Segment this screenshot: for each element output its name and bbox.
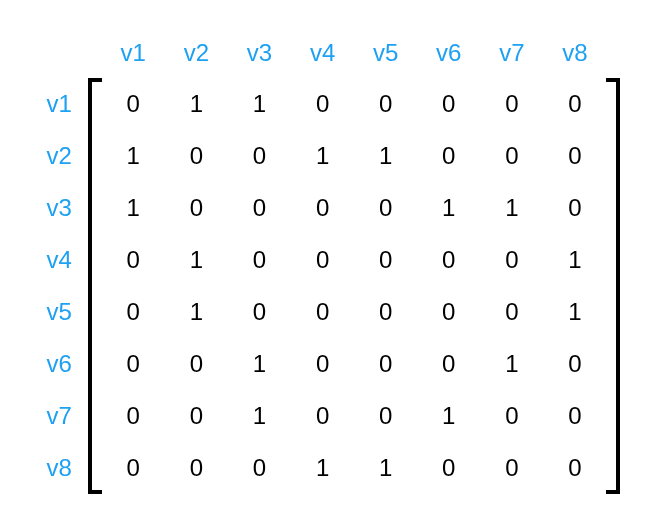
matrix-row: v3 1 0 0 0 0 1 1 0 — [30, 182, 620, 234]
matrix-cell: 0 — [165, 130, 228, 182]
matrix-cell: 0 — [228, 234, 291, 286]
row-header: v1 — [30, 78, 88, 130]
matrix-row: v5 0 1 0 0 0 0 0 1 — [30, 286, 620, 338]
matrix-cell: 0 — [543, 130, 606, 182]
col-header: v6 — [417, 28, 480, 78]
matrix-cell: 0 — [102, 338, 165, 390]
bracket-spacer-left — [88, 28, 101, 78]
matrix-cell: 0 — [291, 390, 354, 442]
matrix-cell: 1 — [165, 78, 228, 130]
matrix-cell: 0 — [354, 286, 417, 338]
matrix-cell: 0 — [102, 442, 165, 494]
matrix-cell: 0 — [102, 78, 165, 130]
matrix-cell: 1 — [480, 182, 543, 234]
matrix-cell: 1 — [291, 130, 354, 182]
column-header-row: v1 v2 v3 v4 v5 v6 v7 v8 — [30, 28, 620, 78]
matrix-row: v1 0 1 1 0 0 0 0 0 — [30, 78, 620, 130]
row-header: v5 — [30, 286, 88, 338]
matrix-cell: 0 — [165, 390, 228, 442]
matrix-cell: 0 — [417, 130, 480, 182]
col-header: v4 — [291, 28, 354, 78]
matrix-cell: 0 — [354, 78, 417, 130]
matrix-cell: 0 — [480, 442, 543, 494]
matrix-cell: 0 — [354, 390, 417, 442]
matrix-cell: 0 — [291, 78, 354, 130]
matrix-cell: 1 — [543, 286, 606, 338]
matrix-cell: 0 — [228, 130, 291, 182]
col-header: v3 — [228, 28, 291, 78]
matrix-row: v7 0 0 1 0 0 1 0 0 — [30, 390, 620, 442]
matrix-cell: 0 — [417, 234, 480, 286]
matrix-cell: 0 — [291, 234, 354, 286]
matrix-cell: 1 — [102, 130, 165, 182]
matrix-cell: 0 — [417, 78, 480, 130]
matrix-cell: 1 — [165, 286, 228, 338]
matrix-cell: 0 — [291, 182, 354, 234]
matrix-cell: 0 — [543, 182, 606, 234]
matrix-cell: 0 — [228, 182, 291, 234]
col-header: v8 — [543, 28, 606, 78]
matrix-cell: 1 — [228, 338, 291, 390]
matrix-cell: 0 — [543, 390, 606, 442]
matrix-cell: 1 — [417, 390, 480, 442]
matrix-cell: 1 — [480, 338, 543, 390]
matrix-cell: 0 — [480, 234, 543, 286]
matrix-row: v6 0 0 1 0 0 0 1 0 — [30, 338, 620, 390]
matrix-cell: 0 — [480, 78, 543, 130]
matrix-cell: 0 — [480, 286, 543, 338]
matrix-cell: 1 — [354, 130, 417, 182]
matrix-cell: 0 — [543, 338, 606, 390]
matrix-cell: 0 — [417, 286, 480, 338]
matrix-cell: 0 — [354, 182, 417, 234]
matrix-cell: 0 — [417, 338, 480, 390]
col-header: v2 — [165, 28, 228, 78]
bracket-spacer-right — [607, 28, 620, 78]
row-header: v4 — [30, 234, 88, 286]
matrix-cell: 0 — [102, 234, 165, 286]
matrix-cell: 0 — [228, 286, 291, 338]
matrix-cell: 0 — [543, 78, 606, 130]
matrix-cell: 0 — [291, 338, 354, 390]
matrix-cell: 0 — [543, 442, 606, 494]
corner-cell — [30, 28, 88, 78]
col-header: v5 — [354, 28, 417, 78]
matrix-cell: 0 — [102, 390, 165, 442]
matrix-row: v8 0 0 0 1 1 0 0 0 — [30, 442, 620, 494]
matrix-cell: 0 — [165, 182, 228, 234]
matrix-cell: 1 — [165, 234, 228, 286]
col-header: v1 — [102, 28, 165, 78]
matrix-cell: 0 — [228, 442, 291, 494]
row-header: v2 — [30, 130, 88, 182]
matrix-cell: 0 — [102, 286, 165, 338]
matrix-row: v4 0 1 0 0 0 0 0 1 — [30, 234, 620, 286]
matrix-cell: 0 — [354, 338, 417, 390]
row-header: v7 — [30, 390, 88, 442]
matrix-cell: 0 — [417, 442, 480, 494]
matrix-cell: 1 — [354, 442, 417, 494]
matrix-cell: 1 — [228, 78, 291, 130]
row-header: v6 — [30, 338, 88, 390]
row-header: v8 — [30, 442, 88, 494]
matrix-cell: 1 — [102, 182, 165, 234]
matrix-cell: 0 — [291, 286, 354, 338]
left-bracket — [88, 78, 101, 494]
adjacency-matrix: v1 v2 v3 v4 v5 v6 v7 v8 v1 0 1 1 0 0 0 0… — [30, 28, 620, 494]
matrix-cell: 1 — [228, 390, 291, 442]
matrix-cell: 0 — [480, 390, 543, 442]
matrix-cell: 1 — [291, 442, 354, 494]
adjacency-matrix-figure: v1 v2 v3 v4 v5 v6 v7 v8 v1 0 1 1 0 0 0 0… — [0, 0, 650, 524]
matrix-cell: 1 — [417, 182, 480, 234]
right-bracket — [607, 78, 620, 494]
matrix-row: v2 1 0 0 1 1 0 0 0 — [30, 130, 620, 182]
matrix-cell: 0 — [165, 338, 228, 390]
col-header: v7 — [480, 28, 543, 78]
matrix-cell: 0 — [354, 234, 417, 286]
matrix-cell: 0 — [165, 442, 228, 494]
matrix-cell: 1 — [543, 234, 606, 286]
matrix-cell: 0 — [480, 130, 543, 182]
row-header: v3 — [30, 182, 88, 234]
